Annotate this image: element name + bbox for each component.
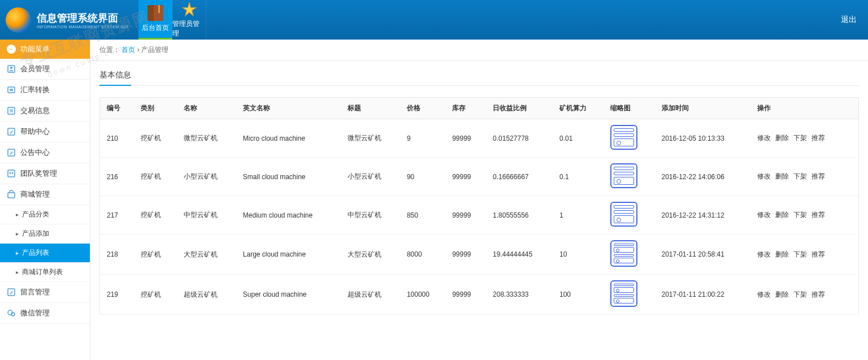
submenu-item-6-3[interactable]: 商城订单列表 (0, 263, 90, 282)
breadcrumb-current: 产品管理 (141, 46, 168, 54)
sidebar: − 功能菜单 会员管理汇率转换交易信息帮助中心公告中心团队奖管理商城管理产品分类… (0, 40, 90, 360)
menu-label: 交易信息 (20, 106, 50, 116)
menu-item-6[interactable]: 商城管理 (0, 184, 90, 205)
action-3[interactable]: 推荐 (811, 134, 825, 142)
action-1[interactable]: 删除 (775, 290, 789, 298)
cell-time: 2017-01-11 21:00:22 (655, 275, 751, 315)
menu-item-8[interactable]: 微信管理 (0, 303, 90, 324)
panel-title: 基本信息 (99, 70, 131, 86)
col-header-4: 标题 (341, 98, 400, 119)
group-icon (7, 169, 16, 178)
cell-time: 2016-12-22 14:06:06 (655, 158, 751, 196)
col-header-7: 日收益比例 (486, 98, 553, 119)
cell: 小型云矿机 (177, 158, 236, 196)
cell: 1 (553, 196, 604, 235)
cell: Large cloud machine (236, 235, 341, 275)
menu-item-4[interactable]: 公告中心 (0, 142, 90, 163)
menu-item-3[interactable]: 帮助中心 (0, 122, 90, 142)
cell: Small cloud machine (236, 158, 341, 196)
action-3[interactable]: 推荐 (811, 172, 825, 180)
cell: 216 (100, 158, 134, 196)
menu-item-7[interactable]: 留言管理 (0, 282, 90, 303)
cell: Medium cloud machine (236, 196, 341, 235)
cell-actions: 修改删除下架推荐 (750, 235, 858, 275)
cell: 8000 (400, 235, 445, 275)
col-header-5: 价格 (400, 98, 445, 119)
svg-point-9 (12, 172, 14, 174)
action-3[interactable]: 推荐 (811, 290, 825, 298)
svg-rect-3 (8, 87, 15, 93)
top-nav-label: 后台首页 (142, 23, 169, 33)
sidebar-header[interactable]: − 功能菜单 (0, 40, 90, 59)
cell: 微型云矿机 (341, 119, 400, 158)
cell: 超级云矿机 (177, 275, 236, 315)
cell: 小型云矿机 (341, 158, 400, 196)
thumbnail-icon (610, 202, 637, 227)
col-header-10: 添加时间 (655, 98, 751, 119)
cell-thumb (604, 275, 654, 315)
wechat-icon (7, 309, 16, 318)
menu-item-5[interactable]: 团队奖管理 (0, 163, 90, 184)
cell: 微型云矿机 (177, 119, 236, 158)
cell-thumb (604, 196, 654, 235)
menu-item-0[interactable]: 会员管理 (0, 59, 90, 80)
thumbnail-icon (610, 240, 637, 267)
cell: Super cloud machine (236, 275, 341, 315)
action-1[interactable]: 删除 (775, 172, 789, 180)
action-0[interactable]: 修改 (757, 172, 771, 180)
col-header-8: 矿机算力 (553, 98, 604, 119)
cell: 99999 (445, 119, 486, 158)
action-1[interactable]: 删除 (775, 211, 789, 219)
top-nav-item-0[interactable]: 后台首页 (138, 0, 172, 40)
action-1[interactable]: 删除 (775, 134, 789, 142)
col-header-2: 名称 (177, 98, 236, 119)
action-2[interactable]: 下架 (793, 250, 807, 258)
menu-item-1[interactable]: 汇率转换 (0, 80, 90, 101)
top-nav-label: 管理员管理 (172, 19, 206, 38)
cell: 90 (400, 158, 445, 196)
cell: 99999 (445, 275, 486, 315)
cell: 挖矿机 (134, 275, 176, 315)
col-header-3: 英文名称 (236, 98, 341, 119)
logout-link[interactable]: 退出 (841, 15, 857, 25)
action-0[interactable]: 修改 (757, 211, 771, 219)
action-2[interactable]: 下架 (793, 211, 807, 219)
action-0[interactable]: 修改 (757, 134, 771, 142)
submenu-item-6-0[interactable]: 产品分类 (0, 205, 90, 224)
admin-icon (181, 1, 197, 17)
breadcrumb-sep: › (137, 46, 141, 54)
action-3[interactable]: 推荐 (811, 250, 825, 258)
cell: 217 (100, 196, 134, 235)
cell: 1.80555556 (486, 196, 553, 235)
menu-label: 团队奖管理 (20, 168, 57, 179)
breadcrumb: 位置： 首页 › 产品管理 (90, 40, 868, 61)
action-0[interactable]: 修改 (757, 290, 771, 298)
action-1[interactable]: 删除 (775, 250, 789, 258)
menu-label: 会员管理 (20, 64, 50, 74)
action-0[interactable]: 修改 (757, 250, 771, 258)
panel: 基本信息 编号类别名称英文名称标题价格库存日收益比例矿机算力缩略图添加时间操作 … (99, 70, 859, 315)
cell-thumb (604, 158, 654, 196)
edit-icon (7, 288, 16, 297)
table-row: 217挖矿机中型云矿机Medium cloud machine中型云矿机8509… (100, 196, 859, 235)
menu-label: 汇率转换 (20, 85, 50, 95)
logo-area: 信息管理系统界面 INFORMATION MANAGEMENT SYSTEM G… (0, 7, 138, 33)
minus-icon: − (7, 45, 16, 54)
action-2[interactable]: 下架 (793, 290, 807, 298)
cell: 挖矿机 (134, 119, 176, 158)
cell-time: 2016-12-22 14:31:12 (655, 196, 751, 235)
action-2[interactable]: 下架 (793, 134, 807, 142)
user-icon (7, 64, 16, 73)
cell: 超级云矿机 (341, 275, 400, 315)
svg-point-8 (10, 172, 11, 174)
action-3[interactable]: 推荐 (811, 211, 825, 219)
menu-label: 留言管理 (20, 287, 50, 297)
action-2[interactable]: 下架 (793, 172, 807, 180)
submenu-item-6-2[interactable]: 产品列表 (0, 244, 90, 263)
shop-icon (7, 190, 16, 199)
submenu-item-6-1[interactable]: 产品添加 (0, 224, 90, 244)
breadcrumb-home[interactable]: 首页 (121, 46, 135, 54)
menu-item-2[interactable]: 交易信息 (0, 101, 90, 122)
cell: 9 (400, 119, 445, 158)
top-nav-item-1[interactable]: 管理员管理 (172, 0, 206, 40)
